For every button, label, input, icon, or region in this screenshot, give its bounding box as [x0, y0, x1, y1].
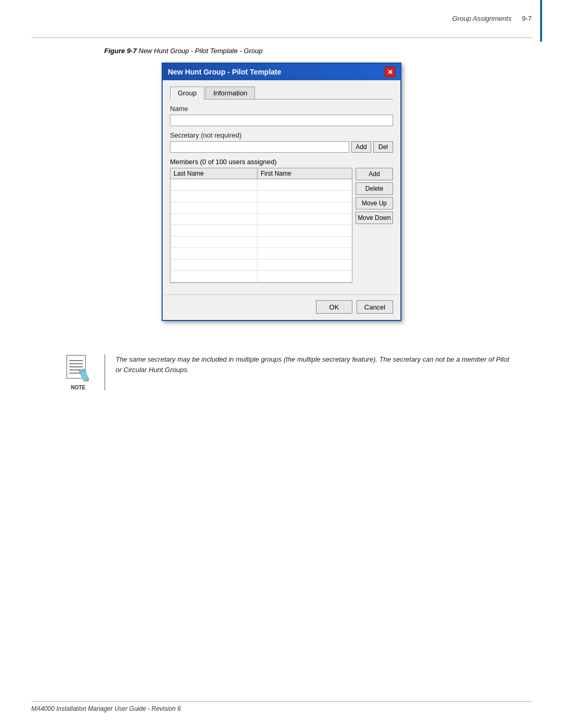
table-row[interactable]: [170, 202, 352, 214]
table-row[interactable]: [170, 271, 352, 282]
col-header-lastname: Last Name: [170, 168, 258, 179]
blue-accent-bar: [540, 0, 542, 42]
table-row[interactable]: [170, 248, 352, 260]
secretary-input[interactable]: [170, 141, 349, 153]
note-label: NOTE: [71, 385, 85, 390]
close-button[interactable]: ✕: [385, 67, 395, 77]
add-member-button[interactable]: Add: [356, 168, 393, 180]
figure-label: Figure 9-7: [104, 47, 137, 55]
table-header: Last Name First Name: [170, 168, 352, 179]
note-divider: [104, 354, 105, 390]
top-divider: [31, 38, 532, 38]
page-footer: MA4000 Installation Manager User Guide -…: [31, 701, 532, 712]
figure-caption: Figure 9-7 New Hunt Group - Pilot Templa…: [104, 47, 263, 55]
table-row[interactable]: [170, 179, 352, 191]
table-row[interactable]: [170, 214, 352, 225]
table-row[interactable]: [170, 260, 352, 271]
table-row[interactable]: [170, 225, 352, 237]
secretary-label: Secretary (not required): [170, 131, 393, 139]
dialog-window: New Hunt Group - Pilot Template ✕ Group …: [162, 63, 401, 321]
delete-member-button[interactable]: Delete: [356, 182, 393, 195]
move-down-button[interactable]: Move Down: [356, 212, 393, 224]
tab-information[interactable]: Information: [205, 87, 255, 99]
members-label: Members (0 of 100 users assigned): [170, 158, 393, 166]
page-number: 9-7: [522, 15, 532, 22]
name-input[interactable]: [170, 115, 393, 126]
figure-text: New Hunt Group - Pilot Template - Group: [139, 47, 263, 55]
dialog-body: Group Information Name Secretary (not re…: [163, 80, 400, 294]
add-secretary-button[interactable]: Add: [351, 141, 371, 153]
dialog-titlebar: New Hunt Group - Pilot Template ✕: [163, 64, 400, 80]
table-row[interactable]: [170, 237, 352, 248]
col-header-firstname: First Name: [258, 168, 352, 179]
move-up-button[interactable]: Move Up: [356, 197, 393, 209]
members-table: Last Name First Name: [170, 168, 352, 283]
tabs-row: Group Information: [170, 87, 393, 100]
secretary-row: Add Del: [170, 141, 393, 153]
members-layout: Last Name First Name: [170, 168, 393, 283]
note-text: The same secretary may be included in mu…: [116, 354, 511, 375]
del-secretary-button[interactable]: Del: [373, 141, 393, 153]
members-buttons: Add Delete Move Up Move Down: [356, 168, 393, 283]
dialog-title: New Hunt Group - Pilot Template: [168, 68, 282, 76]
section-title: Group Assignments: [452, 15, 512, 22]
tab-group[interactable]: Group: [170, 87, 204, 100]
table-rows: [170, 179, 352, 282]
footer-text: MA4000 Installation Manager User Guide -…: [31, 705, 181, 712]
ok-button[interactable]: OK: [316, 300, 352, 314]
page-header: Group Assignments 9-7: [452, 15, 532, 22]
cancel-button[interactable]: Cancel: [357, 300, 393, 314]
dialog-footer: OK Cancel: [163, 294, 400, 320]
table-row[interactable]: [170, 191, 352, 202]
name-label: Name: [170, 105, 393, 113]
note-section: NOTE The same secretary may be included …: [63, 354, 511, 390]
members-section: Members (0 of 100 users assigned) Last N…: [170, 158, 393, 283]
notepad-icon: [66, 354, 91, 381]
note-icon-container: NOTE: [63, 354, 94, 390]
